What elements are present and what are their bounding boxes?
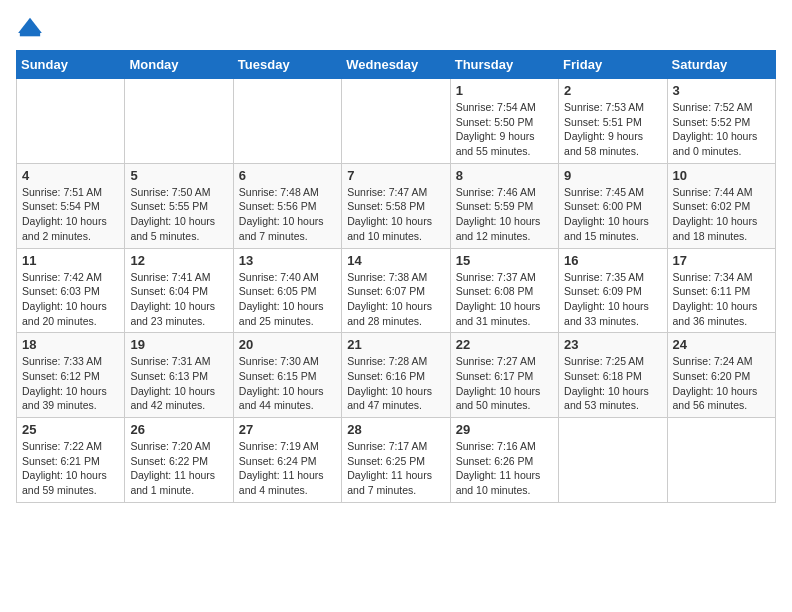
daylight-text: Daylight: 10 hours and 10 minutes. bbox=[347, 215, 432, 242]
sunrise-text: Sunrise: 7:50 AM bbox=[130, 186, 210, 198]
sunset-text: Sunset: 6:15 PM bbox=[239, 370, 317, 382]
sunrise-text: Sunrise: 7:35 AM bbox=[564, 271, 644, 283]
sunset-text: Sunset: 6:09 PM bbox=[564, 285, 642, 297]
daylight-text: Daylight: 10 hours and 12 minutes. bbox=[456, 215, 541, 242]
day-info: Sunrise: 7:48 AMSunset: 5:56 PMDaylight:… bbox=[239, 185, 336, 244]
day-number: 10 bbox=[673, 168, 770, 183]
calendar-cell: 17Sunrise: 7:34 AMSunset: 6:11 PMDayligh… bbox=[667, 248, 775, 333]
daylight-text: Daylight: 10 hours and 53 minutes. bbox=[564, 385, 649, 412]
calendar-cell: 11Sunrise: 7:42 AMSunset: 6:03 PMDayligh… bbox=[17, 248, 125, 333]
day-number: 28 bbox=[347, 422, 444, 437]
day-number: 3 bbox=[673, 83, 770, 98]
day-number: 13 bbox=[239, 253, 336, 268]
day-number: 23 bbox=[564, 337, 661, 352]
daylight-text: Daylight: 9 hours and 58 minutes. bbox=[564, 130, 643, 157]
daylight-text: Daylight: 10 hours and 44 minutes. bbox=[239, 385, 324, 412]
calendar-cell: 10Sunrise: 7:44 AMSunset: 6:02 PMDayligh… bbox=[667, 163, 775, 248]
calendar-cell: 20Sunrise: 7:30 AMSunset: 6:15 PMDayligh… bbox=[233, 333, 341, 418]
sunset-text: Sunset: 5:59 PM bbox=[456, 200, 534, 212]
day-number: 29 bbox=[456, 422, 553, 437]
sunset-text: Sunset: 6:26 PM bbox=[456, 455, 534, 467]
sunrise-text: Sunrise: 7:28 AM bbox=[347, 355, 427, 367]
calendar-cell: 3Sunrise: 7:52 AMSunset: 5:52 PMDaylight… bbox=[667, 79, 775, 164]
daylight-text: Daylight: 10 hours and 25 minutes. bbox=[239, 300, 324, 327]
page-header bbox=[16, 16, 776, 38]
calendar-header-saturday: Saturday bbox=[667, 51, 775, 79]
sunset-text: Sunset: 6:21 PM bbox=[22, 455, 100, 467]
calendar-cell bbox=[125, 79, 233, 164]
sunrise-text: Sunrise: 7:40 AM bbox=[239, 271, 319, 283]
calendar-week-3: 11Sunrise: 7:42 AMSunset: 6:03 PMDayligh… bbox=[17, 248, 776, 333]
calendar-cell bbox=[342, 79, 450, 164]
sunset-text: Sunset: 6:11 PM bbox=[673, 285, 751, 297]
calendar-cell: 4Sunrise: 7:51 AMSunset: 5:54 PMDaylight… bbox=[17, 163, 125, 248]
sunset-text: Sunset: 5:52 PM bbox=[673, 116, 751, 128]
sunrise-text: Sunrise: 7:31 AM bbox=[130, 355, 210, 367]
daylight-text: Daylight: 10 hours and 31 minutes. bbox=[456, 300, 541, 327]
sunrise-text: Sunrise: 7:42 AM bbox=[22, 271, 102, 283]
day-info: Sunrise: 7:45 AMSunset: 6:00 PMDaylight:… bbox=[564, 185, 661, 244]
daylight-text: Daylight: 11 hours and 7 minutes. bbox=[347, 469, 432, 496]
sunrise-text: Sunrise: 7:38 AM bbox=[347, 271, 427, 283]
sunset-text: Sunset: 6:16 PM bbox=[347, 370, 425, 382]
calendar-cell: 2Sunrise: 7:53 AMSunset: 5:51 PMDaylight… bbox=[559, 79, 667, 164]
day-number: 17 bbox=[673, 253, 770, 268]
calendar-cell bbox=[17, 79, 125, 164]
sunset-text: Sunset: 6:22 PM bbox=[130, 455, 208, 467]
sunrise-text: Sunrise: 7:37 AM bbox=[456, 271, 536, 283]
sunset-text: Sunset: 6:02 PM bbox=[673, 200, 751, 212]
sunrise-text: Sunrise: 7:17 AM bbox=[347, 440, 427, 452]
day-info: Sunrise: 7:44 AMSunset: 6:02 PMDaylight:… bbox=[673, 185, 770, 244]
sunset-text: Sunset: 6:20 PM bbox=[673, 370, 751, 382]
day-info: Sunrise: 7:33 AMSunset: 6:12 PMDaylight:… bbox=[22, 354, 119, 413]
calendar-cell: 7Sunrise: 7:47 AMSunset: 5:58 PMDaylight… bbox=[342, 163, 450, 248]
day-number: 7 bbox=[347, 168, 444, 183]
sunrise-text: Sunrise: 7:45 AM bbox=[564, 186, 644, 198]
sunrise-text: Sunrise: 7:54 AM bbox=[456, 101, 536, 113]
day-number: 20 bbox=[239, 337, 336, 352]
sunrise-text: Sunrise: 7:53 AM bbox=[564, 101, 644, 113]
calendar-header-thursday: Thursday bbox=[450, 51, 558, 79]
daylight-text: Daylight: 10 hours and 47 minutes. bbox=[347, 385, 432, 412]
daylight-text: Daylight: 10 hours and 18 minutes. bbox=[673, 215, 758, 242]
day-info: Sunrise: 7:46 AMSunset: 5:59 PMDaylight:… bbox=[456, 185, 553, 244]
day-info: Sunrise: 7:16 AMSunset: 6:26 PMDaylight:… bbox=[456, 439, 553, 498]
day-number: 1 bbox=[456, 83, 553, 98]
daylight-text: Daylight: 10 hours and 28 minutes. bbox=[347, 300, 432, 327]
calendar-cell: 29Sunrise: 7:16 AMSunset: 6:26 PMDayligh… bbox=[450, 418, 558, 503]
day-info: Sunrise: 7:17 AMSunset: 6:25 PMDaylight:… bbox=[347, 439, 444, 498]
calendar-week-1: 1Sunrise: 7:54 AMSunset: 5:50 PMDaylight… bbox=[17, 79, 776, 164]
daylight-text: Daylight: 10 hours and 7 minutes. bbox=[239, 215, 324, 242]
calendar-header-tuesday: Tuesday bbox=[233, 51, 341, 79]
calendar-cell: 13Sunrise: 7:40 AMSunset: 6:05 PMDayligh… bbox=[233, 248, 341, 333]
calendar-cell: 19Sunrise: 7:31 AMSunset: 6:13 PMDayligh… bbox=[125, 333, 233, 418]
calendar-cell bbox=[559, 418, 667, 503]
calendar-cell: 28Sunrise: 7:17 AMSunset: 6:25 PMDayligh… bbox=[342, 418, 450, 503]
svg-rect-1 bbox=[20, 33, 40, 36]
calendar-cell: 15Sunrise: 7:37 AMSunset: 6:08 PMDayligh… bbox=[450, 248, 558, 333]
day-number: 12 bbox=[130, 253, 227, 268]
calendar-cell: 6Sunrise: 7:48 AMSunset: 5:56 PMDaylight… bbox=[233, 163, 341, 248]
day-number: 15 bbox=[456, 253, 553, 268]
day-number: 21 bbox=[347, 337, 444, 352]
day-info: Sunrise: 7:22 AMSunset: 6:21 PMDaylight:… bbox=[22, 439, 119, 498]
sunset-text: Sunset: 5:51 PM bbox=[564, 116, 642, 128]
sunrise-text: Sunrise: 7:51 AM bbox=[22, 186, 102, 198]
day-info: Sunrise: 7:20 AMSunset: 6:22 PMDaylight:… bbox=[130, 439, 227, 498]
sunrise-text: Sunrise: 7:44 AM bbox=[673, 186, 753, 198]
sunset-text: Sunset: 5:58 PM bbox=[347, 200, 425, 212]
daylight-text: Daylight: 11 hours and 10 minutes. bbox=[456, 469, 541, 496]
sunrise-text: Sunrise: 7:20 AM bbox=[130, 440, 210, 452]
day-number: 16 bbox=[564, 253, 661, 268]
sunrise-text: Sunrise: 7:33 AM bbox=[22, 355, 102, 367]
sunset-text: Sunset: 6:05 PM bbox=[239, 285, 317, 297]
daylight-text: Daylight: 10 hours and 20 minutes. bbox=[22, 300, 107, 327]
sunrise-text: Sunrise: 7:27 AM bbox=[456, 355, 536, 367]
day-info: Sunrise: 7:19 AMSunset: 6:24 PMDaylight:… bbox=[239, 439, 336, 498]
calendar-header-friday: Friday bbox=[559, 51, 667, 79]
day-number: 2 bbox=[564, 83, 661, 98]
calendar-week-5: 25Sunrise: 7:22 AMSunset: 6:21 PMDayligh… bbox=[17, 418, 776, 503]
calendar-cell: 14Sunrise: 7:38 AMSunset: 6:07 PMDayligh… bbox=[342, 248, 450, 333]
day-info: Sunrise: 7:25 AMSunset: 6:18 PMDaylight:… bbox=[564, 354, 661, 413]
calendar-cell: 27Sunrise: 7:19 AMSunset: 6:24 PMDayligh… bbox=[233, 418, 341, 503]
